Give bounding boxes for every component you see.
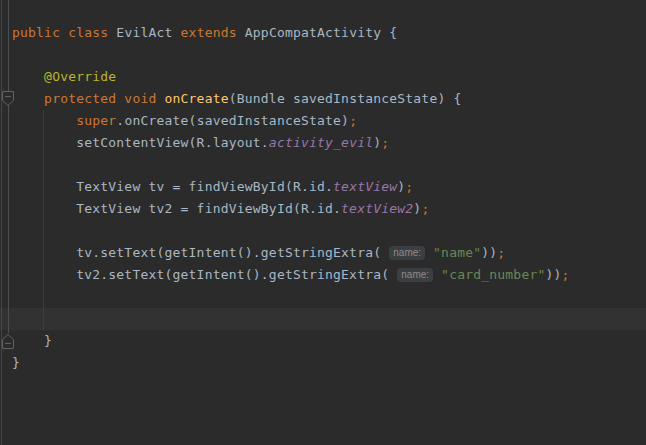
code-token: } xyxy=(12,355,20,370)
code-token: onCreate xyxy=(165,91,229,106)
code-token: ; xyxy=(421,201,429,216)
code-token: } xyxy=(12,333,52,348)
code-token: public class xyxy=(12,25,116,40)
code-line[interactable]: public class EvilAct extends AppCompatAc… xyxy=(12,22,570,44)
parameter-hint-pill: name: xyxy=(389,246,425,260)
code-token: ; xyxy=(497,245,505,260)
code-token: super xyxy=(12,113,116,128)
code-token: )) xyxy=(545,267,561,282)
code-token xyxy=(433,267,441,282)
parameter-hint-pill: name: xyxy=(397,268,433,282)
code-token: .onCreate(savedInstanceState) xyxy=(116,113,349,128)
code-token: ; xyxy=(405,179,413,194)
code-line[interactable] xyxy=(12,286,570,308)
code-token: EvilAct xyxy=(116,25,180,40)
code-editor[interactable]: public class EvilAct extends AppCompatAc… xyxy=(0,0,646,445)
code-line[interactable]: TextView tv = findViewById(R.id.textView… xyxy=(12,176,570,198)
code-token: tv.setText(getIntent().getStringExtra( xyxy=(12,245,389,260)
code-line[interactable]: } xyxy=(12,330,570,352)
method-fold-guide-line xyxy=(8,0,9,333)
code-token: TextView tv = findViewById(R.id. xyxy=(12,179,333,194)
code-token: AppCompatActivity { xyxy=(245,25,398,40)
code-token: ; xyxy=(381,135,389,150)
code-line[interactable] xyxy=(12,44,570,66)
code-token: setContentView(R.layout. xyxy=(12,135,269,150)
code-token: (Bundle savedInstanceState) { xyxy=(229,91,462,106)
code-token: ; xyxy=(349,113,357,128)
code-token: ; xyxy=(562,267,570,282)
code-line[interactable]: tv2.setText(getIntent().getStringExtra( … xyxy=(12,264,570,286)
code-line[interactable] xyxy=(12,220,570,242)
code-token xyxy=(425,245,433,260)
code-token: )) xyxy=(481,245,497,260)
code-token: extends xyxy=(181,25,245,40)
code-line[interactable]: TextView tv2 = findViewById(R.id.textVie… xyxy=(12,198,570,220)
class-fold-guide-line xyxy=(1,0,2,445)
code-line[interactable]: setContentView(R.layout.activity_evil); xyxy=(12,132,570,154)
code-line[interactable] xyxy=(12,0,570,22)
code-token: TextView tv2 = findViewById(R.id. xyxy=(12,201,341,216)
code-token: protected void xyxy=(12,91,165,106)
code-line[interactable]: protected void onCreate(Bundle savedInst… xyxy=(12,88,570,110)
code-line[interactable]: @Override xyxy=(12,66,570,88)
code-line[interactable] xyxy=(12,154,570,176)
code-token: @Override xyxy=(12,69,116,84)
code-lines: public class EvilAct extends AppCompatAc… xyxy=(12,0,570,374)
code-token: "name" xyxy=(433,245,481,260)
code-token: tv2.setText(getIntent().getStringExtra( xyxy=(12,267,397,282)
code-line[interactable]: } xyxy=(12,352,570,374)
code-token: "card_number" xyxy=(441,267,545,282)
code-line[interactable] xyxy=(12,308,570,330)
code-token: textView xyxy=(333,179,397,194)
code-token: textView2 xyxy=(341,201,413,216)
code-token: activity_evil xyxy=(269,135,373,150)
code-line[interactable]: super.onCreate(savedInstanceState); xyxy=(12,110,570,132)
code-line[interactable]: tv.setText(getIntent().getStringExtra( n… xyxy=(12,242,570,264)
